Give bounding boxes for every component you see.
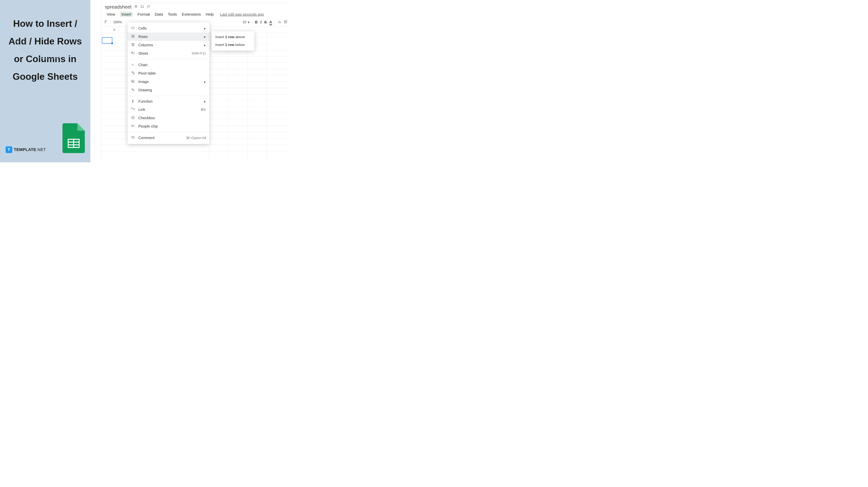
divider <box>275 20 275 25</box>
insert-people-chip-item[interactable]: People chip <box>128 122 209 130</box>
svg-rect-16 <box>132 52 132 53</box>
insert-menu-dropdown: Cells ▶ Rows ▶ Columns ▶ Sheet Shift+F11 <box>128 22 209 144</box>
menu-extensions[interactable]: Extensions <box>182 12 201 17</box>
submenu-arrow-icon: ▶ <box>204 100 206 103</box>
menu-item-label: Comment <box>138 136 183 140</box>
strikethrough-button[interactable]: S <box>264 20 267 24</box>
tutorial-title-panel: How to Insert / Add / Hide Rows or Colum… <box>0 0 90 162</box>
menu-separator <box>128 96 209 96</box>
selected-cell[interactable] <box>102 37 112 43</box>
tutorial-title: How to Insert / Add / Hide Rows or Colum… <box>6 15 85 86</box>
drawing-icon <box>131 88 135 92</box>
menu-format[interactable]: Format <box>137 12 150 17</box>
google-sheets-window: spreadsheet View Insert Format Data Tool… <box>101 3 289 162</box>
insert-rows-item[interactable]: Rows ▶ <box>128 33 209 41</box>
menu-item-label: Drawing <box>138 88 206 92</box>
insert-image-item[interactable]: Image ▶ <box>128 78 209 86</box>
bold-button[interactable]: B <box>255 20 257 24</box>
submenu-text: below <box>234 43 245 47</box>
menu-data[interactable]: Data <box>155 12 163 17</box>
submenu-bold: 1 row <box>225 43 235 47</box>
menu-bar: View Insert Format Data Tools Extensions… <box>101 10 289 19</box>
insert-sheet-item[interactable]: Sheet Shift+F11 <box>128 49 209 58</box>
footer-row: T TEMPLATE.NET <box>6 123 85 155</box>
insert-row-above-item[interactable]: Insert 1 row above <box>212 33 254 41</box>
svg-rect-12 <box>132 43 134 46</box>
font-size-selector[interactable]: 10 ▾ <box>243 20 250 24</box>
pivot-icon <box>131 71 135 76</box>
font-size-value: 10 <box>243 20 246 24</box>
star-icon[interactable] <box>134 5 138 9</box>
text-color-button[interactable]: A <box>270 20 272 24</box>
people-icon <box>131 124 135 129</box>
image-icon <box>131 80 135 84</box>
borders-button[interactable] <box>284 20 287 25</box>
menu-view[interactable]: View <box>107 12 115 17</box>
google-sheets-icon <box>62 123 85 153</box>
zoom-level[interactable]: 100% <box>113 20 122 24</box>
menu-item-label: Checkbox <box>138 116 206 120</box>
paint-format-icon[interactable] <box>104 20 108 25</box>
submenu-arrow-icon: ▶ <box>204 35 206 38</box>
title-bar: spreadsheet <box>101 3 289 10</box>
brand-suffix: .NET <box>36 147 46 152</box>
move-folder-icon[interactable] <box>141 5 144 9</box>
insert-link-item[interactable]: Link ⌘K <box>128 105 209 114</box>
rows-submenu: Insert 1 row above Insert 1 row below <box>212 31 254 51</box>
insert-row-below-item[interactable]: Insert 1 row below <box>212 41 254 49</box>
svg-rect-25 <box>133 89 134 91</box>
screenshot-panel: spreadsheet View Insert Format Data Tool… <box>90 0 289 162</box>
insert-checkbox-item[interactable]: Checkbox <box>128 114 209 122</box>
menu-item-label: Rows <box>138 35 200 39</box>
svg-point-4 <box>280 22 281 23</box>
submenu-arrow-icon: ▶ <box>204 44 206 47</box>
insert-chart-item[interactable]: Chart <box>128 61 209 69</box>
divider <box>118 28 119 32</box>
function-icon: Σ <box>131 99 135 103</box>
menu-item-label: People chip <box>138 124 206 128</box>
keyboard-shortcut: ⌘K <box>200 108 206 112</box>
submenu-text: Insert <box>215 35 225 39</box>
menu-item-label: Cells <box>138 26 200 30</box>
insert-cells-item[interactable]: Cells ▶ <box>128 24 209 33</box>
menu-item-label: Link <box>138 108 197 112</box>
menu-separator <box>128 59 209 59</box>
submenu-arrow-icon: ▶ <box>204 27 206 30</box>
menu-item-label: Pivot table <box>138 71 206 75</box>
svg-rect-21 <box>133 73 134 74</box>
insert-drawing-item[interactable]: Drawing <box>128 86 209 94</box>
submenu-bold: 1 row <box>225 35 235 39</box>
fill-color-button[interactable] <box>277 20 281 25</box>
menu-insert[interactable]: Insert <box>120 12 133 17</box>
keyboard-shortcut: ⌘+Option+M <box>186 136 206 140</box>
menu-tools[interactable]: Tools <box>168 12 177 17</box>
italic-button[interactable]: I <box>260 20 261 24</box>
document-title[interactable]: spreadsheet <box>105 4 131 10</box>
svg-rect-22 <box>132 80 134 82</box>
insert-columns-item[interactable]: Columns ▶ <box>128 41 209 49</box>
insert-function-item[interactable]: Σ Function ▶ <box>128 97 209 105</box>
fx-label: fx <box>113 28 116 32</box>
menu-item-label: Function <box>138 99 200 103</box>
comment-icon <box>131 135 135 140</box>
svg-rect-27 <box>132 125 134 127</box>
cloud-status-icon[interactable] <box>147 5 150 9</box>
insert-comment-item[interactable]: Comment ⌘+Option+M <box>128 134 209 142</box>
submenu-text: Insert <box>215 43 225 47</box>
menu-help[interactable]: Help <box>206 12 214 17</box>
insert-pivot-item[interactable]: Pivot table <box>128 69 209 78</box>
svg-rect-20 <box>132 71 133 73</box>
columns-icon <box>131 43 135 48</box>
last-edit-link[interactable]: Last edit was seconds ago <box>220 12 264 17</box>
menu-item-label: Image <box>138 80 200 84</box>
link-icon <box>131 107 135 112</box>
menu-item-label: Columns <box>138 43 200 47</box>
sheet-icon <box>131 51 135 56</box>
menu-item-label: Chart <box>138 63 206 67</box>
divider <box>252 20 252 25</box>
chart-icon <box>131 63 135 67</box>
keyboard-shortcut: Shift+F11 <box>191 52 206 55</box>
svg-rect-8 <box>132 27 134 29</box>
submenu-arrow-icon: ▶ <box>204 80 206 83</box>
brand-name: TEMPLATE <box>14 147 36 152</box>
